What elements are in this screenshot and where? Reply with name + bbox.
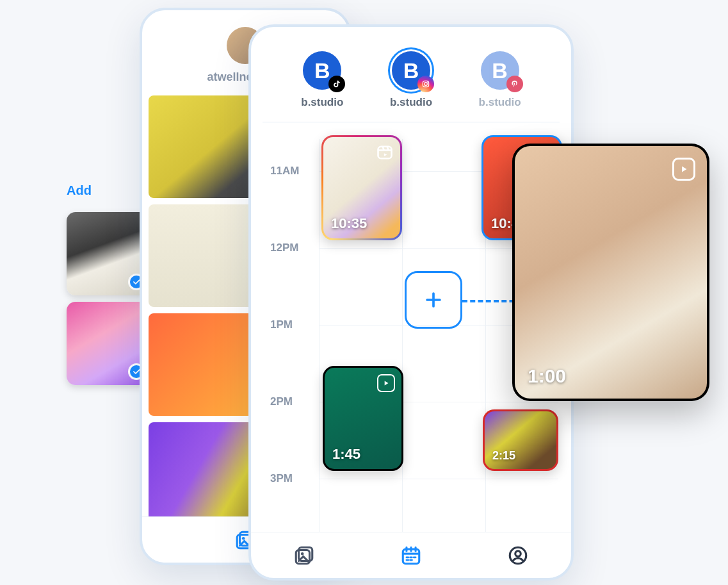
pinterest-badge-icon [506,76,523,92]
post-time-label: 2:15 [492,449,515,463]
post-time-label: 1:45 [332,446,360,463]
profile-tab-icon[interactable] [505,542,531,569]
gallery-tab-icon[interactable] [291,542,318,569]
play-icon [377,374,395,392]
media-thumb-1[interactable] [67,212,150,295]
calendar-tab-icon[interactable] [398,542,425,569]
account-name: b.studio [479,96,521,109]
play-icon [672,158,695,181]
reel-icon [376,144,394,164]
post-preview-card[interactable]: 1:00 [512,144,709,401]
time-label: 12PM [270,242,298,254]
tiktok-badge-icon [328,76,345,92]
svg-point-5 [427,81,428,83]
account-name: b.studio [301,96,343,109]
media-picker-title: Add [67,183,150,198]
post-time-label: 10:35 [331,215,367,232]
time-label: 11AM [270,165,299,177]
svg-point-2 [242,536,245,540]
media-picker-panel: Add [67,183,150,391]
scheduled-post-card[interactable]: 1:45 [323,366,403,471]
scheduled-post-card[interactable]: 10:35 [321,135,402,240]
account-pinterest[interactable]: B b.studio [479,51,521,109]
svg-point-4 [425,83,428,86]
svg-point-13 [515,550,521,556]
time-label: 1PM [270,318,293,331]
scheduler-tabbar [251,532,571,578]
media-thumb-2[interactable] [67,302,150,385]
post-time-label: 1:00 [528,365,566,387]
scheduled-post-card[interactable]: 2:15 [483,409,558,471]
instagram-badge-icon [417,76,434,92]
account-tiktok[interactable]: B b.studio [301,51,343,109]
time-label: 2PM [270,395,293,408]
account-selector: B b.studio B b.studio B [263,45,560,122]
svg-rect-6 [378,147,392,159]
account-name: b.studio [390,96,432,109]
svg-point-10 [301,552,304,555]
time-label: 3PM [270,472,293,485]
account-instagram[interactable]: B b.studio [390,51,432,109]
add-post-slot[interactable] [405,271,462,329]
